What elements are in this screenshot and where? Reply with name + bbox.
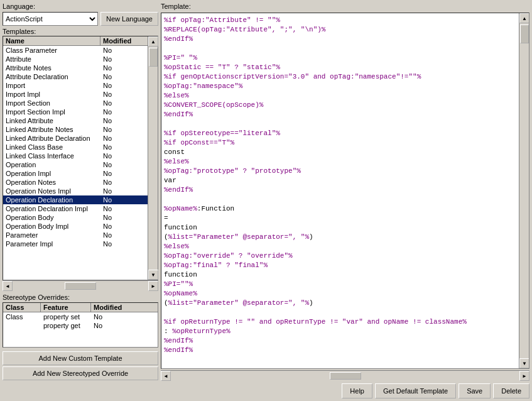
stereotype-label: Stereotype Overrides: [3,294,158,301]
scroll-thumb[interactable] [149,48,158,67]
template-editor-wrapper: %if opTag:"Attribute" != ""% %REPLACE(op… [161,13,529,369]
template-modified-cell: No [100,134,148,143]
table-row[interactable]: Linked Class BaseNo [3,143,148,151]
table-row[interactable]: Parameter ImplNo [3,239,148,248]
table-row[interactable]: Attribute NotesNo [3,63,148,72]
template-hscroll-track [171,371,519,380]
table-row[interactable]: Import SectionNo [3,99,148,107]
table-row[interactable]: Class ParameterNo [3,46,148,55]
table-row[interactable]: Operation BodyNo [3,213,148,222]
stereotype-table-container: Class Feature Modified Classproperty set… [3,302,158,348]
template-modified-cell: No [100,178,148,187]
template-name-cell: Parameter Impl [3,239,100,248]
new-language-button[interactable]: New Language [100,12,158,26]
templates-col-name: Name [3,36,100,45]
table-row[interactable]: OperationNo [3,160,148,169]
template-editor[interactable]: %if opTag:"Attribute" != ""% %REPLACE(op… [161,13,519,368]
templates-col-modified: Modified [100,36,148,45]
template-modified-cell: No [100,213,148,222]
bottom-buttons-left: Add New Custom Template Add New Stereoty… [3,351,158,380]
table-row[interactable]: AttributeNo [3,55,148,63]
template-name-cell: Operation Declaration Impl [3,204,100,213]
template-modified-cell: No [100,169,148,178]
stereotype-feature-cell: property set [41,312,91,321]
stereotype-modified-cell: No [91,321,158,330]
table-row[interactable]: Operation ImplNo [3,169,148,178]
template-hscrollbar[interactable]: ◄ ► [161,370,529,380]
template-scroll-track [519,23,529,358]
stereotype-class-cell [3,321,41,330]
table-row[interactable]: Import ImplNo [3,90,148,99]
template-modified-cell: No [100,187,148,195]
template-name-cell: Operation Body [3,213,100,222]
template-name-cell: Operation Notes Impl [3,187,100,195]
table-row[interactable]: Linked Attribute NotesNo [3,125,148,134]
template-scroll-up[interactable]: ▲ [519,13,529,23]
templates-section: Templates: Name Modified Class Parameter… [3,28,158,290]
template-modified-cell: No [100,151,148,160]
template-name-cell: Linked Attribute [3,116,100,125]
stereotype-row[interactable]: property getNo [3,321,158,330]
hscroll-right-arrow[interactable]: ► [148,281,158,291]
templates-table-container: Name Modified Class ParameterNoAttribute… [3,36,158,280]
scroll-up-arrow[interactable]: ▲ [148,36,158,47]
language-label: Language: [3,3,158,10]
get-default-template-button[interactable]: Get Default Template [375,383,456,398]
hscroll-left-arrow[interactable]: ◄ [3,281,13,291]
language-select[interactable]: ActionScript [3,12,98,26]
template-name-cell: Import Impl [3,90,100,99]
template-name-cell: Import [3,81,100,90]
template-name-cell: Operation Body Impl [3,222,100,231]
template-modified-cell: No [100,222,148,231]
template-name-cell: Import Section Impl [3,107,100,116]
template-scroll-down[interactable]: ▼ [519,358,529,368]
table-row[interactable]: Operation DeclarationNo [3,195,148,204]
table-row[interactable]: ParameterNo [3,231,148,239]
table-row[interactable]: Operation Notes ImplNo [3,187,148,195]
top-area: Language: ActionScript New Language Temp… [3,3,529,380]
template-label: Template: [161,3,529,10]
templates-hscrollbar[interactable]: ◄ ► [3,280,158,290]
table-row[interactable]: Linked Attribute DeclarationNo [3,134,148,143]
table-row[interactable]: Import Section ImplNo [3,107,148,116]
table-row[interactable]: ImportNo [3,81,148,90]
template-modified-cell: No [100,72,148,81]
template-name-cell: Linked Class Base [3,143,100,151]
left-panel: Language: ActionScript New Language Temp… [3,3,158,380]
stereotype-class-cell: Class [3,312,41,321]
templates-table-body[interactable]: Class ParameterNoAttributeNoAttribute No… [3,46,148,280]
stereotype-row[interactable]: Classproperty setNo [3,312,158,321]
stereotype-header: Class Feature Modified [3,303,158,312]
table-row[interactable]: Operation Declaration ImplNo [3,204,148,213]
scroll-down-arrow[interactable]: ▼ [148,270,158,280]
template-modified-cell: No [100,231,148,239]
template-name-cell: Operation Notes [3,178,100,187]
template-modified-cell: No [100,46,148,55]
template-hscroll-left[interactable]: ◄ [161,371,171,381]
save-button[interactable]: Save [459,383,491,398]
template-scroll-thumb[interactable] [520,25,529,43]
table-row[interactable]: Operation Body ImplNo [3,222,148,231]
template-modified-cell: No [100,204,148,213]
add-custom-template-button[interactable]: Add New Custom Template [3,351,158,365]
template-modified-cell: No [100,107,148,116]
template-vscrollbar[interactable]: ▲ ▼ [519,13,529,368]
right-panel: Template: %if opTag:"Attribute" != ""% %… [161,3,529,380]
add-stereotyped-override-button[interactable]: Add New Stereotyped Override [3,366,158,380]
template-hscroll-thumb[interactable] [330,372,361,380]
table-row[interactable]: Linked AttributeNo [3,116,148,125]
stereotype-table-body[interactable]: Classproperty setNoproperty getNo [3,312,158,347]
template-name-cell: Linked Class Interface [3,151,100,160]
template-name-cell: Import Section [3,99,100,107]
template-modified-cell: No [100,81,148,90]
templates-table-header: Name Modified [3,36,148,46]
template-hscroll-right[interactable]: ► [519,371,529,381]
delete-button[interactable]: Delete [493,383,529,398]
table-row[interactable]: Operation NotesNo [3,178,148,187]
table-row[interactable]: Attribute DeclarationNo [3,72,148,81]
hscroll-thumb[interactable] [65,282,96,290]
language-row: ActionScript New Language [3,12,158,26]
help-button[interactable]: Help [342,383,372,398]
table-row[interactable]: Linked Class InterfaceNo [3,151,148,160]
templates-scrollbar[interactable]: ▲ ▼ [148,36,158,280]
